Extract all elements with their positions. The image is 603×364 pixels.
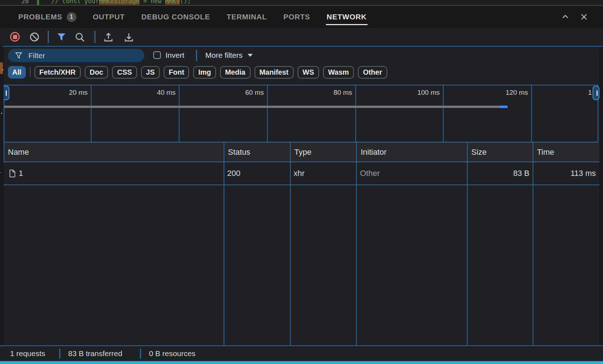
timeline-gridline bbox=[91, 85, 92, 142]
requests-count: 1 requests bbox=[10, 346, 45, 361]
document-icon bbox=[8, 169, 17, 178]
summary-separator bbox=[59, 349, 60, 359]
timeline-gridline bbox=[443, 85, 444, 142]
network-toolbar bbox=[0, 28, 603, 46]
cell-name: 1 bbox=[19, 162, 23, 185]
invert-checkbox[interactable] bbox=[153, 51, 161, 59]
cell-status: 200 bbox=[227, 162, 240, 185]
cell-size: 83 B bbox=[467, 162, 529, 185]
request-row[interactable]: 1 200 xhr Other 83 B 113 ms bbox=[0, 162, 603, 185]
transferred-size: 83 B transferred bbox=[68, 346, 122, 361]
chip-doc[interactable]: Doc bbox=[85, 66, 108, 79]
cell-time: 113 ms bbox=[533, 162, 596, 185]
timeline-gridline bbox=[531, 85, 532, 142]
panel-actions bbox=[561, 6, 603, 28]
column-header-initiator[interactable]: Initiator bbox=[361, 143, 387, 162]
chip-separator bbox=[30, 67, 31, 77]
overview-ruler-dot bbox=[1, 113, 2, 114]
tab-output[interactable]: OUTPUT bbox=[93, 6, 125, 28]
chip-other[interactable]: Other bbox=[358, 66, 387, 79]
network-devtools: Invert More filters All Fetch/XHR Doc CS… bbox=[0, 28, 603, 361]
request-waterfall-bar-waiting bbox=[4, 106, 500, 108]
tab-debug-console[interactable]: DEBUG CONSOLE bbox=[141, 6, 210, 28]
git-modified-gutter bbox=[37, 0, 39, 5]
chip-font[interactable]: Font bbox=[164, 66, 189, 79]
cell-initiator: Other bbox=[360, 162, 380, 185]
requests-table-header: Name Status Type Initiator Size Time bbox=[4, 143, 603, 162]
filter-input[interactable] bbox=[28, 51, 126, 60]
close-panel-icon[interactable] bbox=[579, 12, 589, 22]
chip-wasm[interactable]: Wasm bbox=[323, 66, 354, 79]
tab-network-label: NETWORK bbox=[327, 13, 367, 21]
status-bar-top-edge bbox=[0, 361, 603, 364]
export-har-button[interactable] bbox=[123, 32, 134, 42]
timeline-tick-label: 20 ms bbox=[69, 89, 88, 97]
clear-network-log-button[interactable] bbox=[29, 32, 39, 42]
tab-ports-label: PORTS bbox=[283, 13, 310, 21]
code-highlight-occurrence: MMKV bbox=[165, 0, 180, 5]
tab-output-label: OUTPUT bbox=[93, 13, 125, 21]
tab-terminal[interactable]: TERMINAL bbox=[226, 6, 267, 28]
filter-row: Invert More filters bbox=[0, 47, 603, 64]
chip-css[interactable]: CSS bbox=[112, 66, 137, 79]
timeline-tick-label: 120 ms bbox=[506, 89, 528, 97]
code-comment-mid: = new bbox=[140, 0, 165, 5]
scrollbar-gutter bbox=[599, 47, 603, 345]
overview-ruler-dot bbox=[2, 69, 3, 70]
column-header-type[interactable]: Type bbox=[294, 143, 312, 162]
overview-ruler-marker bbox=[0, 62, 3, 74]
timeline-tick-label: 80 ms bbox=[333, 89, 352, 97]
filter-toggle-button[interactable] bbox=[56, 32, 66, 42]
timeline-tick-label: 40 ms bbox=[157, 89, 176, 97]
resources-size: 0 B resources bbox=[149, 346, 196, 361]
network-summary-bar: 1 requests 83 B transferred 0 B resource… bbox=[0, 346, 603, 361]
vscode-panel-network: 20 // const yourMMKVStorage = new MMKV()… bbox=[0, 0, 603, 364]
tab-debug-console-label: DEBUG CONSOLE bbox=[141, 13, 210, 21]
timeline-tick-label: 60 ms bbox=[245, 89, 264, 97]
column-header-name[interactable]: Name bbox=[8, 143, 29, 162]
network-overview-timeline[interactable]: 20 ms 40 ms 60 ms 80 ms 100 ms 120 ms 1 bbox=[4, 85, 598, 143]
code-comment-prefix: // const your bbox=[51, 0, 99, 5]
more-filters-dropdown[interactable]: More filters bbox=[205, 47, 253, 64]
toolbar-separator bbox=[48, 31, 49, 43]
filter-separator bbox=[196, 50, 197, 61]
chip-ws[interactable]: WS bbox=[298, 66, 319, 79]
chip-img[interactable]: Img bbox=[193, 66, 216, 79]
tab-ports[interactable]: PORTS bbox=[283, 6, 310, 28]
column-header-size[interactable]: Size bbox=[471, 143, 487, 162]
import-har-button[interactable] bbox=[103, 32, 113, 42]
record-network-log-button[interactable] bbox=[10, 32, 20, 42]
overview-ruler-dot bbox=[0, 172, 1, 173]
maximize-panel-icon[interactable] bbox=[561, 12, 570, 22]
column-header-status[interactable]: Status bbox=[228, 143, 250, 162]
tab-terminal-label: TERMINAL bbox=[226, 13, 267, 21]
timeline-tick-label: 100 ms bbox=[417, 89, 440, 97]
chip-manifest[interactable]: Manifest bbox=[254, 66, 294, 79]
tab-network[interactable]: NETWORK bbox=[327, 6, 367, 28]
line-number: 20 bbox=[17, 0, 29, 5]
chip-fetch-xhr[interactable]: Fetch/XHR bbox=[34, 66, 81, 79]
column-header-time[interactable]: Time bbox=[537, 143, 554, 162]
code-highlight-occurrence: MMKVStorage bbox=[99, 0, 140, 5]
panel-tab-bar: PROBLEMS 1 OUTPUT DEBUG CONSOLE TERMINAL… bbox=[0, 6, 603, 28]
chip-all[interactable]: All bbox=[8, 66, 26, 79]
tab-problems-label: PROBLEMS bbox=[18, 13, 62, 21]
chip-js[interactable]: JS bbox=[141, 66, 160, 79]
filter-text-box[interactable] bbox=[8, 49, 144, 62]
invert-label[interactable]: Invert bbox=[165, 47, 184, 64]
resource-type-filters: All Fetch/XHR Doc CSS JS Font Img Media … bbox=[8, 65, 387, 80]
request-waterfall-bar-download bbox=[500, 106, 508, 108]
search-button[interactable] bbox=[75, 32, 85, 42]
code-comment-suffix: (); bbox=[180, 0, 191, 5]
timeline-gridline bbox=[267, 85, 268, 142]
toolbar-separator bbox=[94, 31, 95, 43]
chip-media[interactable]: Media bbox=[220, 66, 251, 79]
tab-problems[interactable]: PROBLEMS 1 bbox=[18, 6, 76, 28]
problems-count-badge: 1 bbox=[67, 12, 76, 22]
code-comment: // const yourMMKVStorage = new MMKV(); bbox=[51, 0, 191, 5]
more-filters-label: More filters bbox=[205, 51, 243, 60]
editor-overview-ruler-strip bbox=[0, 47, 4, 345]
overview-brush-handle-right[interactable] bbox=[593, 86, 599, 100]
funnel-icon bbox=[15, 52, 22, 59]
summary-separator bbox=[140, 349, 141, 359]
